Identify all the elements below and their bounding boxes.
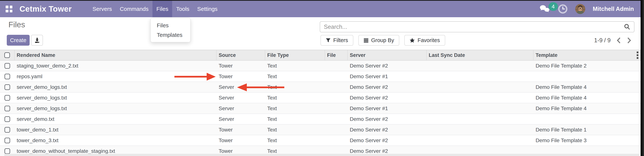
pager-next-button[interactable] xyxy=(627,37,632,44)
row-checkbox-cell xyxy=(0,103,15,114)
cell-last-sync-date xyxy=(427,135,534,146)
cell-server: Demo Server #2 xyxy=(348,82,427,92)
filter-icon xyxy=(326,38,331,43)
search-options: Filters Group By Favorites xyxy=(320,35,445,46)
header-checkbox-cell xyxy=(0,50,15,60)
cell-last-sync-date xyxy=(427,93,534,103)
cell-source: Tower xyxy=(216,135,265,146)
cell-file xyxy=(325,82,348,92)
message-count-badge: 4 xyxy=(548,2,558,11)
row-checkbox[interactable] xyxy=(4,138,10,143)
cell-rendered-name: server_demo.txt xyxy=(15,114,216,124)
menu-item-commands[interactable]: Commands xyxy=(116,1,152,17)
row-checkbox[interactable] xyxy=(4,63,10,69)
column-rendered-name[interactable]: Rendered Name xyxy=(15,50,216,60)
cell-server: Demo Server #2 xyxy=(348,114,427,124)
download-icon xyxy=(34,37,40,43)
row-checkbox[interactable] xyxy=(4,127,10,133)
cell-rendered-name: tower_demo_3.txt xyxy=(15,135,216,146)
activities-button[interactable] xyxy=(558,4,568,14)
cell-rendered-name: tower_demo_1.txt xyxy=(15,125,216,135)
cell-template: Demo File Template 2 xyxy=(534,61,640,71)
favorites-button[interactable]: Favorites xyxy=(404,35,445,46)
cell-template xyxy=(534,114,640,124)
search-input[interactable] xyxy=(324,23,624,30)
cell-template: Demo File Template 4 xyxy=(534,82,640,92)
search-icon[interactable] xyxy=(624,23,631,30)
avatar[interactable] xyxy=(575,4,585,14)
page-title: Files xyxy=(8,20,25,29)
table-row[interactable]: server_demo.txtServerTextDemo Server #2 xyxy=(0,114,640,125)
chevron-right-icon xyxy=(627,37,632,44)
main-navbar: Cetmix Tower Servers Commands Files Tool… xyxy=(0,1,640,17)
table-row[interactable]: tower_demo_1.txtTowerTextDemo Server #2D… xyxy=(0,125,640,135)
cell-last-sync-date xyxy=(427,125,534,135)
dropdown-item-templates[interactable]: Templates xyxy=(150,30,190,40)
row-checkbox-cell xyxy=(0,71,15,81)
table-row[interactable]: staging_tower_demo_2.txtTowerTextDemo Se… xyxy=(0,61,640,71)
filters-label: Filters xyxy=(333,37,348,43)
cell-file-type: Text xyxy=(265,135,325,146)
row-checkbox[interactable] xyxy=(4,84,10,90)
apps-grid-icon[interactable] xyxy=(6,6,12,12)
messages-button[interactable]: 4 xyxy=(539,4,550,14)
cell-file xyxy=(325,61,348,71)
table-row[interactable]: server_demo_logs.txtServerTextDemo Serve… xyxy=(0,103,640,114)
menu-item-servers[interactable]: Servers xyxy=(88,1,116,17)
row-checkbox-cell xyxy=(0,93,15,103)
import-export-button[interactable] xyxy=(31,35,43,46)
column-file-type[interactable]: File Type xyxy=(265,50,325,60)
column-last-sync-date[interactable]: Last Sync Date xyxy=(427,50,534,60)
menu-item-files[interactable]: Files xyxy=(152,1,172,17)
table-row[interactable]: tower_demo_3.txtTowerTextDemo Server #2D… xyxy=(0,135,640,146)
menu-item-tools[interactable]: Tools xyxy=(172,1,193,17)
window-top-edge xyxy=(0,0,644,1)
select-all-checkbox[interactable] xyxy=(4,52,10,58)
table-row[interactable]: server_demo_logs.txtServerTextDemo Serve… xyxy=(0,93,640,103)
brand-title[interactable]: Cetmix Tower xyxy=(20,4,72,13)
cell-server: Demo Server #2 xyxy=(348,135,427,146)
cell-rendered-name: server_demo_logs.txt xyxy=(15,82,216,92)
column-file[interactable]: File xyxy=(325,50,348,60)
star-icon xyxy=(410,38,415,43)
navbar-right: 4 xyxy=(539,4,634,14)
main-menu: Servers Commands Files Tools Settings xyxy=(88,1,222,17)
cell-source: Server xyxy=(216,82,265,92)
row-checkbox[interactable] xyxy=(4,74,10,79)
pager: 1-9 / 9 xyxy=(594,35,632,46)
column-template[interactable]: Template xyxy=(534,50,640,60)
cell-server: Demo Server #2 xyxy=(348,93,427,103)
clock-icon xyxy=(558,4,568,14)
user-menu[interactable]: Mitchell Admin xyxy=(593,6,634,12)
row-checkbox[interactable] xyxy=(4,95,10,101)
create-button[interactable]: Create xyxy=(7,35,30,46)
cell-server: Demo Server #1 xyxy=(348,71,427,81)
group-by-button[interactable]: Group By xyxy=(358,35,400,46)
cell-template: Demo File Template 3 xyxy=(534,135,640,146)
dropdown-item-files[interactable]: Files xyxy=(150,21,190,30)
menu-item-settings[interactable]: Settings xyxy=(193,1,221,17)
filters-button[interactable]: Filters xyxy=(320,35,353,46)
horizontal-scrollbar[interactable] xyxy=(4,154,640,156)
cell-template: Demo File Template 4 xyxy=(534,93,640,103)
table-row[interactable]: server_demo_logs.txtServerTextDemo Serve… xyxy=(0,82,640,93)
pager-previous-button[interactable] xyxy=(616,37,621,44)
table-row[interactable]: repos.yamlTowerTextDemo Server #1 xyxy=(0,71,640,82)
row-checkbox[interactable] xyxy=(4,106,10,111)
cell-file xyxy=(325,114,348,124)
optional-columns-icon[interactable] xyxy=(637,52,638,59)
column-source[interactable]: Source xyxy=(216,50,265,60)
row-checkbox-cell xyxy=(0,61,15,71)
cell-rendered-name: server_demo_logs.txt xyxy=(15,93,216,103)
cell-server: Demo Server #1 xyxy=(348,103,427,114)
cell-server: Demo Server #2 xyxy=(348,61,427,71)
cell-source: Tower xyxy=(216,125,265,135)
column-server[interactable]: Server xyxy=(348,50,427,60)
group-by-label: Group By xyxy=(371,37,394,43)
row-checkbox[interactable] xyxy=(4,148,10,154)
cell-file-type: Text xyxy=(265,103,325,114)
row-checkbox-cell xyxy=(0,125,15,135)
table-header: Rendered Name Source File Type File Serv… xyxy=(0,50,640,61)
row-checkbox[interactable] xyxy=(4,116,10,122)
cell-source: Server xyxy=(216,103,265,114)
